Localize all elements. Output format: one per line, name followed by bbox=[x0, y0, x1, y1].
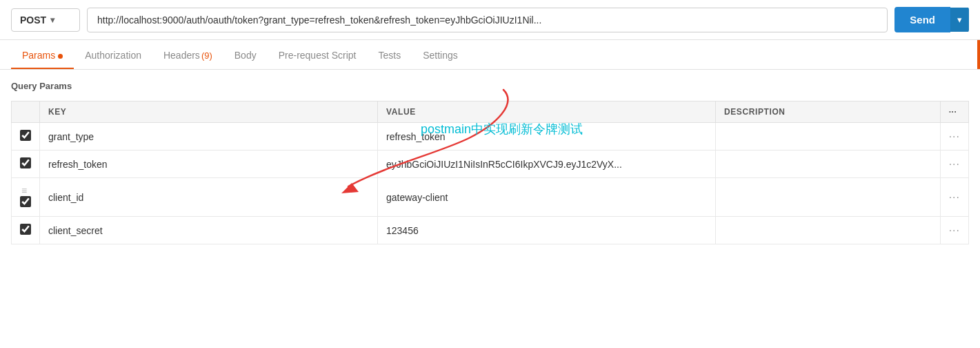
tab-tests[interactable]: Tests bbox=[368, 40, 412, 69]
headers-badge: (9) bbox=[201, 50, 212, 61]
params-dot bbox=[58, 54, 63, 59]
more-dots-icon: ··· bbox=[949, 224, 960, 236]
table-row: ≡refresh_tokeneyJhbGciOiJIUzI1NiIsInR5cC… bbox=[12, 151, 969, 178]
row-value[interactable]: gateway-client bbox=[378, 178, 716, 217]
url-input[interactable] bbox=[87, 8, 888, 32]
table-row: ≡client_secret123456··· bbox=[12, 217, 969, 244]
content-area: Query Params KEY VALUE DESCRIPTION ··· ≡… bbox=[0, 70, 980, 255]
tabs-bar: Params Authorization Headers(9) Body Pre… bbox=[0, 40, 980, 70]
method-selector[interactable]: POST ▾ bbox=[11, 8, 80, 32]
row-more[interactable]: ··· bbox=[940, 217, 968, 244]
tab-headers[interactable]: Headers(9) bbox=[152, 40, 223, 69]
more-dots-icon: ··· bbox=[949, 158, 960, 170]
row-description[interactable] bbox=[716, 151, 941, 178]
col-check bbox=[12, 102, 40, 123]
row-checkbox[interactable] bbox=[20, 196, 31, 207]
col-value: VALUE bbox=[378, 102, 716, 123]
row-checkbox[interactable] bbox=[20, 157, 31, 168]
row-description[interactable] bbox=[716, 123, 941, 151]
tab-body[interactable]: Body bbox=[223, 40, 268, 69]
row-more[interactable]: ··· bbox=[940, 123, 968, 151]
send-arrow-icon: ▾ bbox=[957, 14, 962, 25]
row-key[interactable]: refresh_token bbox=[40, 151, 378, 178]
tab-settings[interactable]: Settings bbox=[412, 40, 469, 69]
page-wrapper: POST ▾ Send ▾ Params Authorization Heade… bbox=[0, 0, 980, 348]
row-key[interactable]: client_secret bbox=[40, 217, 378, 244]
row-value[interactable]: eyJhbGciOiJIUzI1NiIsInR5cCI6IkpXVCJ9.eyJ… bbox=[378, 151, 716, 178]
row-check-cell: ≡ bbox=[12, 151, 40, 178]
row-value[interactable]: 123456 bbox=[378, 217, 716, 244]
row-key[interactable]: grant_type bbox=[40, 123, 378, 151]
col-description: DESCRIPTION bbox=[716, 102, 941, 123]
row-check-cell: ≡ bbox=[12, 123, 40, 151]
col-key: KEY bbox=[40, 102, 378, 123]
row-checkbox[interactable] bbox=[20, 224, 31, 235]
row-check-cell: ≡ bbox=[12, 178, 40, 217]
tab-right-accent bbox=[977, 40, 980, 69]
drag-handle[interactable]: ≡ bbox=[21, 185, 27, 196]
tab-authorization[interactable]: Authorization bbox=[74, 40, 152, 69]
send-dropdown-button[interactable]: ▾ bbox=[950, 8, 969, 32]
section-title: Query Params bbox=[11, 81, 969, 91]
method-label: POST bbox=[20, 14, 46, 26]
row-description[interactable] bbox=[716, 178, 941, 217]
send-button-group: Send ▾ bbox=[894, 7, 969, 32]
row-value[interactable]: refresh_token bbox=[378, 123, 716, 151]
more-dots-icon: ··· bbox=[949, 130, 960, 142]
row-description[interactable] bbox=[716, 217, 941, 244]
tab-params[interactable]: Params bbox=[11, 40, 74, 69]
col-more: ··· bbox=[940, 102, 968, 123]
params-table: KEY VALUE DESCRIPTION ··· ≡grant_typeref… bbox=[11, 101, 969, 244]
table-row: ≡grant_typerefresh_token··· bbox=[12, 123, 969, 151]
table-row: ≡client_idgateway-client··· bbox=[12, 178, 969, 217]
row-checkbox[interactable] bbox=[20, 130, 31, 141]
send-button[interactable]: Send bbox=[894, 7, 950, 32]
method-chevron: ▾ bbox=[50, 15, 54, 25]
row-key[interactable]: client_id bbox=[40, 178, 378, 217]
more-dots-icon: ··· bbox=[949, 191, 960, 203]
tab-prerequest[interactable]: Pre-request Script bbox=[268, 40, 368, 69]
row-more[interactable]: ··· bbox=[940, 178, 968, 217]
row-more[interactable]: ··· bbox=[940, 151, 968, 178]
row-check-cell: ≡ bbox=[12, 217, 40, 244]
top-bar: POST ▾ Send ▾ bbox=[0, 0, 980, 40]
